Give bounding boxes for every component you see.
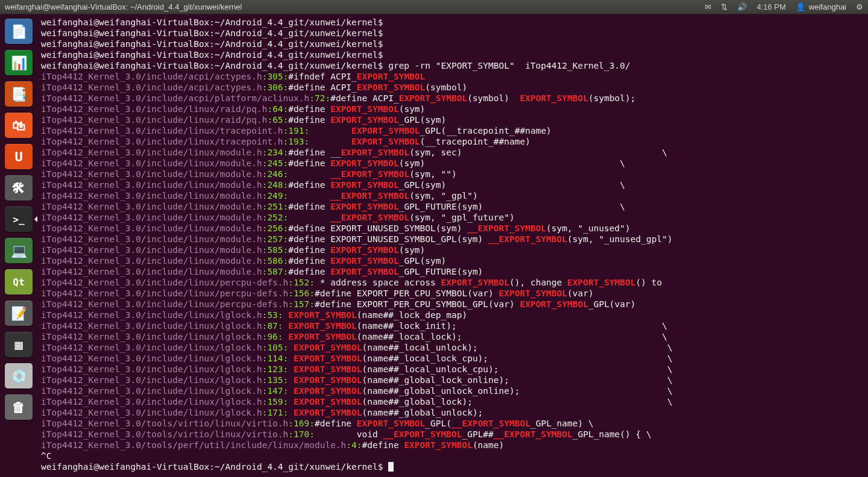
grep-path: iTop4412_Kernel_3.0/tools/virtio/linux/v… xyxy=(41,419,288,428)
grep-text: #define EXPORT_PER_CPU_SYMBOL(var) xyxy=(315,288,499,298)
grep-match: EXPORT_SYMBOL xyxy=(341,148,410,157)
launcher-tile-settings[interactable]: 🛠 xyxy=(3,173,34,202)
sound-icon[interactable]: 🔊 xyxy=(737,2,747,11)
grep-text: _GPL(sym) \ xyxy=(399,180,625,190)
grep-path: iTop4412_Kernel_3.0/include/linux/lglock… xyxy=(41,332,262,341)
terminal-line: iTop4412_Kernel_3.0/include/linux/lglock… xyxy=(41,353,864,364)
launcher-tile-impress[interactable]: 📑 xyxy=(3,80,34,108)
terminal-line: weifanghai@weifanghai-VirtualBox:~/Andro… xyxy=(41,17,864,28)
grep-path: iTop4412_Kernel_3.0/include/linux/percpu… xyxy=(41,288,288,298)
grep-sep: : xyxy=(288,288,294,298)
terminal-line: weifanghai@weifanghai-VirtualBox:~/Andro… xyxy=(41,28,864,39)
grep-sep: : xyxy=(288,299,294,309)
grep-match: __EXPORT_SYMBOL xyxy=(451,419,530,428)
launcher-tile-workspace[interactable]: ▦ xyxy=(3,330,34,359)
launcher-tile-writer[interactable]: 📄 xyxy=(3,17,34,46)
grep-text xyxy=(309,126,351,136)
grep-lineno: 157 xyxy=(294,299,309,309)
launcher-tile-terminal[interactable]: >_ xyxy=(3,205,34,234)
grep-match: EXPORT_SYMBOL xyxy=(288,332,357,341)
grep-match: __EXPORT_SYMBOL xyxy=(330,169,409,179)
grep-sep: : xyxy=(309,429,315,439)
grep-text: _GPL_name) \ xyxy=(530,419,594,428)
grep-text: _GPL_FUTURE(sym) \ xyxy=(399,202,625,211)
terminal-line: iTop4412_Kernel_3.0/include/linux/raid/p… xyxy=(41,104,864,114)
grep-path: iTop4412_Kernel_3.0/include/linux/module… xyxy=(41,191,262,201)
grep-path: iTop4412_Kernel_3.0/include/linux/lglock… xyxy=(41,364,262,374)
grep-match: EXPORT_SYMBOL xyxy=(499,288,568,298)
session-menu[interactable]: 👤 weifanghai xyxy=(796,2,846,11)
grep-text: (name##_local_unlock); \ xyxy=(362,343,673,352)
launcher-tile-qt[interactable]: Qt xyxy=(3,267,34,296)
grep-text: (symbol) xyxy=(467,93,520,103)
grep-text xyxy=(288,343,294,352)
launcher-tile-disc[interactable]: 💿 xyxy=(3,361,34,390)
grep-sep: : xyxy=(309,288,315,298)
grep-match: EXPORT_SYMBOL xyxy=(330,180,399,190)
shell-prompt: weifanghai@weifanghai-VirtualBox:~/Andro… xyxy=(41,28,383,38)
terminal-line: iTop4412_Kernel_3.0/include/linux/module… xyxy=(41,212,864,223)
grep-lineno: 156 xyxy=(294,288,309,298)
grep-path: iTop4412_Kernel_3.0/include/linux/module… xyxy=(41,256,262,266)
terminal-line: weifanghai@weifanghai-VirtualBox:~/Andro… xyxy=(41,461,864,472)
mail-icon[interactable]: ✉ xyxy=(705,2,711,11)
grep-text: (name##_lock_init); \ xyxy=(357,321,667,331)
grep-text: #define xyxy=(288,245,330,255)
grep-path: iTop4412_Kernel_3.0/include/acpi/actypes… xyxy=(41,83,262,92)
grep-text: (name##_local_lock); \ xyxy=(357,332,667,341)
launcher-tile-trash[interactable]: 🗑 xyxy=(3,393,34,422)
grep-match: EXPORT_SYMBOL xyxy=(399,93,468,103)
grep-path: iTop4412_Kernel_3.0/include/linux/module… xyxy=(41,169,262,179)
network-icon[interactable]: ⇅ xyxy=(721,2,728,11)
grep-sep: : xyxy=(283,126,289,136)
grep-text: (sym) xyxy=(399,245,426,255)
terminal-line: iTop4412_Kernel_3.0/include/linux/module… xyxy=(41,266,864,277)
grep-path: iTop4412_Kernel_3.0/include/acpi/platfor… xyxy=(41,93,309,103)
grep-sep: : xyxy=(304,126,310,136)
grep-path: iTop4412_Kernel_3.0/include/linux/module… xyxy=(41,245,262,255)
grep-match: EXPORT_SYMBOL xyxy=(294,354,362,363)
grep-path: iTop4412_Kernel_3.0/include/linux/module… xyxy=(41,202,262,211)
grep-lineno: 169 xyxy=(294,419,309,428)
launcher-tile-ubuntu[interactable]: U xyxy=(3,142,34,171)
grep-path: iTop4412_Kernel_3.0/include/linux/raid/p… xyxy=(41,115,267,125)
grep-path: iTop4412_Kernel_3.0/tools/perf/util/incl… xyxy=(41,440,346,450)
grep-text: _GPL## xyxy=(462,429,493,439)
terminal-line: iTop4412_Kernel_3.0/tools/virtio/linux/v… xyxy=(41,429,864,440)
grep-text: #define xyxy=(288,158,330,168)
launcher-tile-vbox[interactable]: 💻 xyxy=(3,236,34,265)
launcher-tile-calc[interactable]: 📊 xyxy=(3,48,34,77)
grep-lineno: 249 xyxy=(267,191,283,201)
terminal-line: iTop4412_Kernel_3.0/include/linux/module… xyxy=(41,234,864,245)
terminal-line: iTop4412_Kernel_3.0/include/linux/lglock… xyxy=(41,385,864,396)
grep-match: EXPORT_SYMBOL xyxy=(330,115,399,125)
grep-text: _GPL(var) xyxy=(588,299,636,309)
shell-prompt: weifanghai@weifanghai-VirtualBox:~/Andro… xyxy=(41,462,388,472)
grep-text: _GPL(__tracepoint_##name) xyxy=(420,126,552,136)
launcher-tile-software[interactable]: 🛍 xyxy=(3,111,34,140)
grep-match: EXPORT_SYMBOL xyxy=(330,245,399,255)
ctrl-c: ^C xyxy=(41,451,51,461)
grep-text: #define ACPI_ xyxy=(330,93,399,103)
launcher-tile-gedit[interactable]: 📝 xyxy=(3,299,34,328)
grep-text: (sym, "_gpl") xyxy=(409,191,478,201)
grep-match: EXPORT_SYMBOL xyxy=(351,137,420,146)
grep-match: EXPORT_SYMBOL xyxy=(330,256,399,266)
grep-path: iTop4412_Kernel_3.0/include/linux/lglock… xyxy=(41,408,262,417)
grep-sep: : xyxy=(346,440,351,450)
terminal-line: iTop4412_Kernel_3.0/include/linux/lglock… xyxy=(41,396,864,407)
gear-icon[interactable]: ⚙ xyxy=(856,2,863,11)
grep-match: EXPORT_SYMBOL xyxy=(567,278,636,287)
terminal-line: iTop4412_Kernel_3.0/include/acpi/actypes… xyxy=(41,82,864,93)
grep-text: (symbol); xyxy=(588,93,636,103)
grep-text xyxy=(309,137,351,146)
grep-sep: : xyxy=(288,429,294,439)
terminal-window[interactable]: weifanghai@weifanghai-VirtualBox:~/Andro… xyxy=(37,14,868,477)
grep-text: (sym, sec) \ xyxy=(409,148,667,157)
system-tray: ✉ ⇅ 🔊 4:16 PM 👤 weifanghai ⚙ xyxy=(705,2,863,11)
grep-text: void xyxy=(315,429,383,439)
grep-match: EXPORT_SYMBOL xyxy=(404,440,473,450)
terminal-line: iTop4412_Kernel_3.0/include/linux/percpu… xyxy=(41,299,864,310)
grep-lineno: 305 xyxy=(267,72,283,81)
clock[interactable]: 4:16 PM xyxy=(756,2,785,11)
